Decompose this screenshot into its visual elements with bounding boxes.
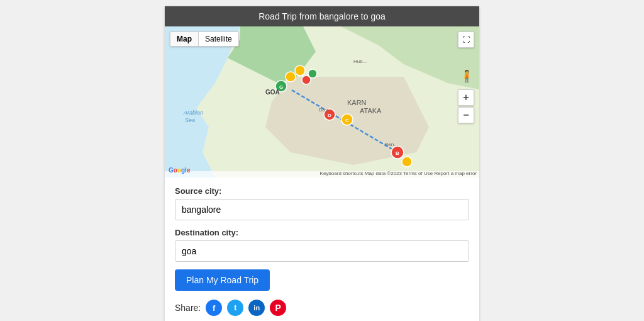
- svg-point-14: [295, 65, 305, 76]
- form-area: Source city: Destination city: Plan My R…: [165, 177, 479, 321]
- share-label: Share:: [175, 303, 201, 313]
- map-title: Road Trip from bangalore to goa: [258, 11, 386, 21]
- svg-text:KARN: KARN: [347, 99, 367, 106]
- twitter-icon[interactable]: t: [227, 300, 243, 316]
- map-copyright: Keyboard shortcuts Map data ©2023 Terms …: [320, 171, 477, 176]
- share-row: Share: f t in P: [175, 300, 469, 316]
- svg-text:GOA: GOA: [265, 89, 280, 96]
- map-zoom-controls: + −: [458, 89, 474, 123]
- zoom-in-button[interactable]: +: [458, 89, 474, 106]
- svg-text:Ben...: Ben...: [385, 142, 398, 147]
- pegman-icon[interactable]: 🧍: [459, 69, 474, 83]
- map-header: Road Trip from bangalore to goa: [165, 6, 479, 26]
- tab-map[interactable]: Map: [170, 32, 199, 46]
- fullscreen-icon: ⛶: [462, 35, 470, 44]
- svg-text:C: C: [345, 118, 349, 123]
- tab-satellite[interactable]: Satellite: [199, 32, 238, 46]
- google-logo: Google: [169, 167, 190, 174]
- facebook-letter: f: [213, 303, 215, 313]
- linkedin-letter: in: [253, 304, 260, 312]
- map-area: B C D G GOA KARN ATAKA Dav... Ben...: [165, 26, 479, 177]
- pinterest-icon[interactable]: P: [270, 300, 286, 316]
- svg-point-15: [286, 72, 296, 82]
- zoom-out-button[interactable]: −: [458, 107, 474, 123]
- svg-text:Arabian: Arabian: [183, 110, 203, 116]
- pinterest-letter: P: [275, 303, 281, 313]
- svg-text:Hub...: Hub...: [353, 59, 367, 64]
- map-tabs: Map Satellite: [170, 31, 239, 47]
- source-city-group: Source city:: [175, 186, 469, 220]
- plan-button[interactable]: Plan My Road Trip: [175, 269, 270, 291]
- twitter-letter: t: [234, 303, 236, 312]
- svg-text:G: G: [279, 84, 283, 90]
- source-input[interactable]: [175, 199, 469, 220]
- destination-input[interactable]: [175, 240, 469, 262]
- destination-label: Destination city:: [175, 228, 469, 237]
- svg-text:ATAKA: ATAKA: [360, 107, 382, 115]
- svg-text:B: B: [396, 150, 399, 156]
- fullscreen-button[interactable]: ⛶: [458, 31, 474, 48]
- facebook-icon[interactable]: f: [206, 300, 222, 316]
- source-label: Source city:: [175, 186, 469, 196]
- map-footer-right: Keyboard shortcuts Map data ©2023 Terms …: [320, 170, 477, 176]
- page-container: Road Trip from bangalore to goa B C: [165, 6, 479, 321]
- svg-text:Sea: Sea: [185, 117, 195, 123]
- map-svg: B C D G GOA KARN ATAKA Dav... Ben...: [165, 26, 479, 177]
- svg-text:D: D: [328, 113, 331, 118]
- linkedin-icon[interactable]: in: [248, 300, 265, 316]
- svg-point-17: [308, 69, 317, 78]
- destination-city-group: Destination city:: [175, 228, 469, 262]
- svg-point-18: [402, 157, 412, 167]
- svg-text:Dav...: Dav...: [319, 107, 331, 113]
